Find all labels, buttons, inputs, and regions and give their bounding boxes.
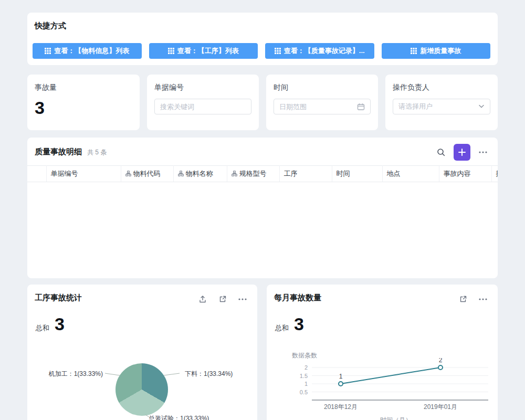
date-range-input[interactable] xyxy=(279,103,357,111)
user-select-placeholder: 请选择用户 xyxy=(398,102,478,111)
plus-icon xyxy=(458,149,466,156)
accident-table: 单据编号物料代码物料名称规格型号工序时间地点事故内容操作负责人 xyxy=(27,165,498,182)
doc-number-filter-card: 单据编号 xyxy=(147,75,259,130)
relation-icon xyxy=(232,171,237,176)
pie-chart xyxy=(116,363,168,416)
pie-sum-label: 总和 xyxy=(36,323,49,333)
ellipsis-icon xyxy=(238,295,247,304)
open-in-new-button[interactable] xyxy=(457,293,469,306)
time-filter-label: 时间 xyxy=(274,82,288,92)
svg-text:2018年12月: 2018年12月 xyxy=(324,403,358,411)
relation-icon xyxy=(125,171,131,176)
process-stats-card: 工序事故统计 xyxy=(27,285,257,420)
more-actions-button[interactable] xyxy=(477,146,489,159)
svg-text:1.5: 1.5 xyxy=(300,373,308,379)
column-header[interactable]: 地点 xyxy=(382,166,439,182)
svg-text:1: 1 xyxy=(339,373,343,380)
table-header-bar: 质量事故明细 共 5 条 xyxy=(35,147,107,157)
doc-number-search-box xyxy=(154,99,251,114)
pie-label-machining: 机加工：1(33.33%) xyxy=(49,370,103,379)
svg-text:2: 2 xyxy=(439,358,443,364)
line-card-title: 每月事故数量 xyxy=(274,293,321,302)
column-header[interactable]: 物料代码 xyxy=(121,166,173,182)
pie-label-assembly-test: 总装试验：1(33.33%) xyxy=(149,414,209,420)
table-header-row: 单据编号物料代码物料名称规格型号工序时间地点事故内容操作负责人 xyxy=(27,166,498,182)
grid-icon xyxy=(275,48,281,54)
table-title: 质量事故明细 xyxy=(35,147,82,157)
column-header[interactable]: 规格型号 xyxy=(227,166,279,182)
pie-more-button[interactable] xyxy=(236,293,249,306)
shortcuts-card: 快捷方式 查看：【物料信息】列表查看：【工序】列表查看：【质量事故记录】...新… xyxy=(27,13,498,65)
accident-count-label: 事故量 xyxy=(35,82,57,92)
svg-text:2: 2 xyxy=(304,364,308,371)
row-number-header xyxy=(27,166,46,182)
open-in-new-icon xyxy=(459,295,467,303)
search-button[interactable] xyxy=(435,146,447,159)
column-header[interactable]: 事故内容 xyxy=(439,166,491,182)
operator-filter-label: 操作负责人 xyxy=(393,82,429,92)
shortcut-button-label: 查看：【物料信息】列表 xyxy=(54,46,129,56)
ellipsis-icon xyxy=(478,148,488,157)
table-toolbar xyxy=(435,144,489,161)
time-filter-card: 时间 xyxy=(266,75,378,130)
shortcut-buttons: 查看：【物料信息】列表查看：【工序】列表查看：【质量事故记录】...新增质量事故 xyxy=(33,43,490,59)
shortcut-button-label: 查看：【质量事故记录】... xyxy=(284,46,365,56)
relation-icon xyxy=(178,171,184,176)
open-in-new-icon xyxy=(218,295,227,303)
monthly-count-card: 每月事故数量 总和 3 xyxy=(267,285,498,420)
table-record-count: 共 5 条 xyxy=(87,148,107,157)
line-chart: 0.511.5212018年12月22019年01月 xyxy=(296,358,496,416)
accident-count-value: 3 xyxy=(35,98,45,118)
doc-number-filter-label: 单据编号 xyxy=(154,82,184,92)
shortcuts-title: 快捷方式 xyxy=(35,21,66,30)
grid-icon xyxy=(168,48,174,54)
pie-label-blanking: 下料：1(33.34%) xyxy=(185,370,233,379)
add-record-button[interactable] xyxy=(454,144,470,161)
pie-card-title: 工序事故统计 xyxy=(35,293,82,302)
pie-card-toolbar xyxy=(196,293,249,306)
doc-number-search-input[interactable] xyxy=(160,103,246,111)
line-card-toolbar xyxy=(457,293,489,306)
save-image-button[interactable] xyxy=(196,293,209,306)
shortcut-button[interactable]: 新增质量事故 xyxy=(382,43,491,59)
accident-detail-card: 质量事故明细 共 5 条 xyxy=(27,138,498,278)
table-scroll-area[interactable]: 单据编号物料代码物料名称规格型号工序时间地点事故内容操作负责人 xyxy=(27,165,498,278)
svg-text:2019年01月: 2019年01月 xyxy=(424,403,457,411)
column-header[interactable]: 工序 xyxy=(279,166,332,182)
chevron-down-icon xyxy=(478,104,485,109)
dashboard-page: 快捷方式 查看：【物料信息】列表查看：【工序】列表查看：【质量事故记录】...新… xyxy=(0,0,525,420)
line-sum-label: 总和 xyxy=(275,323,289,333)
calendar-icon[interactable] xyxy=(357,103,365,111)
svg-text:1: 1 xyxy=(304,381,308,387)
pie-sum: 总和 3 xyxy=(36,314,65,334)
shortcut-button-label: 查看：【工序】列表 xyxy=(177,46,239,56)
open-in-new-button[interactable] xyxy=(216,293,229,306)
svg-text:0.5: 0.5 xyxy=(300,389,308,395)
shortcut-button[interactable]: 查看：【工序】列表 xyxy=(149,43,258,59)
pie-sum-value: 3 xyxy=(55,314,65,334)
search-icon xyxy=(436,148,446,157)
line-sum: 总和 3 xyxy=(275,314,304,334)
date-range-box xyxy=(274,99,371,114)
line-more-button[interactable] xyxy=(477,293,489,306)
column-header[interactable]: 物料名称 xyxy=(173,166,227,182)
user-select[interactable]: 请选择用户 xyxy=(393,99,490,114)
column-header[interactable]: 单据编号 xyxy=(46,166,121,182)
ellipsis-icon xyxy=(478,295,488,304)
save-image-icon xyxy=(198,295,207,303)
shortcut-button-label: 新增质量事故 xyxy=(420,46,461,56)
line-x-axis-title: 时间（月） xyxy=(296,416,496,420)
column-header[interactable]: 时间 xyxy=(332,166,382,182)
grid-icon xyxy=(45,48,51,54)
shortcut-button[interactable]: 查看：【物料信息】列表 xyxy=(33,43,142,59)
column-header[interactable]: 操作负责人 xyxy=(491,166,498,182)
accident-count-card: 事故量 3 xyxy=(27,75,140,130)
operator-filter-card: 操作负责人 请选择用户 xyxy=(385,75,498,130)
shortcut-button[interactable]: 查看：【质量事故记录】... xyxy=(265,43,374,59)
line-sum-value: 3 xyxy=(294,314,304,334)
grid-icon xyxy=(411,48,417,54)
